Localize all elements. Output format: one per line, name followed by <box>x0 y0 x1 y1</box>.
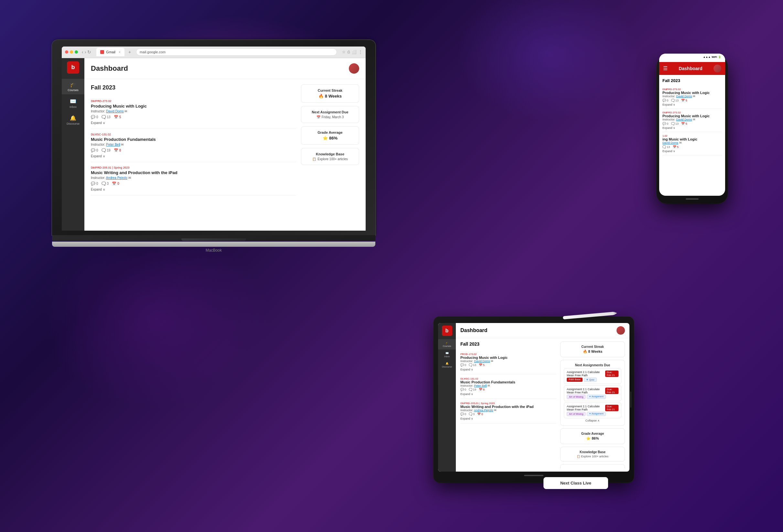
phone-course-2: DMPRD-273.02 Producing Music with Logic … <box>662 109 722 132</box>
course-name-1[interactable]: Producing Music with Logic <box>91 104 296 108</box>
assignment-header-2: Assignment 2.1 Calculate Mean Free Path … <box>567 388 619 394</box>
phone-course-name-1[interactable]: Producing Music with Logic <box>662 91 722 95</box>
tablet-expand-1[interactable]: Expand ∨ <box>460 368 556 371</box>
tablet-instructor-link-2[interactable]: Peter Bell <box>474 384 487 387</box>
bookmark-icon[interactable]: ☆ <box>342 50 346 54</box>
tablet-device: b 🎓 Courses ✉️ Inbox 🔔 Discourse <box>434 317 634 483</box>
tablet: b 🎓 Courses ✉️ Inbox 🔔 Discourse <box>434 317 634 483</box>
course-name-3[interactable]: Music Writing and Production with the iP… <box>91 170 296 175</box>
assignment-name-2: Assignment 2.1 Calculate Mean Free Path <box>567 388 605 394</box>
laptop-browser: ‹ › ↻ Gmail × + mail.google.com <box>62 46 366 231</box>
phone-course-stats-2: 💬 0 🗨️ 13 📅 5 <box>662 122 722 125</box>
tablet-sidebar-courses[interactable]: 🎓 Courses <box>438 339 456 350</box>
instructor-link-3[interactable]: Andrea Pejrolo <box>106 176 127 179</box>
phone-course-instructor-3: David Doms ✉ <box>662 141 722 144</box>
course-expand-1[interactable]: Expand ∨ <box>91 121 296 125</box>
tablet-courses-list: Fall 2023 PROD-173.02 Producing Music wi… <box>460 341 556 468</box>
phone-expand-2[interactable]: Expand ∨ <box>662 126 722 130</box>
star-icon: ⭐ <box>323 136 328 140</box>
browser-tab[interactable]: Gmail × <box>96 48 124 56</box>
phone-instructor-1[interactable]: David Doms <box>676 95 692 98</box>
tablet-inbox-label: Inbox <box>444 355 450 358</box>
phone-course-name-2[interactable]: Producing Music with Logic <box>662 114 722 118</box>
forward-icon[interactable]: › <box>85 49 86 55</box>
tablet-collapse[interactable]: Collapse ∧ <box>564 419 621 422</box>
sidebar-item-discourse[interactable]: 🔔 Discourse <box>62 112 84 128</box>
assignment-tags-3: Art of Mixing ✦ Assignment <box>567 412 619 416</box>
sidebar-item-inbox[interactable]: ✉️ Inbox <box>62 96 84 111</box>
extensions-icon[interactable]: ⬜ <box>352 50 356 54</box>
tablet-star-icon: ⭐ <box>586 436 591 441</box>
tablet-semester-title: Fall 2023 <box>460 341 556 346</box>
phone-page-title: Dashboard <box>679 66 702 71</box>
tablet-live-class-title: Next Live Class <box>564 468 621 468</box>
phone-instructor-2[interactable]: David Doms <box>676 118 692 121</box>
tablet-course-instructor-3: Instructor: Andrea Pejrolo ✉ <box>460 409 556 412</box>
phone-course-name-3[interactable]: ing Music with Logic <box>662 137 722 141</box>
tablet-course-name-1[interactable]: Producing Music with Logic <box>460 356 556 360</box>
phone-stat-discussion-2: 🗨️ 13 <box>671 122 679 125</box>
address-bar[interactable]: mail.google.com <box>136 48 337 56</box>
calendar-widget-icon: 📅 <box>316 115 320 119</box>
laptop-label: MacBook <box>52 248 375 253</box>
tablet-expand-2[interactable]: Expand ∨ <box>460 393 556 396</box>
phone-expand-1[interactable]: Expand ∨ <box>662 103 722 106</box>
tablet-course-code-1: PROD-173.02 <box>460 353 556 356</box>
phone-stat-assignment-1: 📅 5 <box>681 99 687 102</box>
lms-main-content: Dashboard Fall 2023 <box>84 58 366 231</box>
phone-course-stats-1: 💬 0 🗨️ 13 📅 5 <box>662 99 722 102</box>
hamburger-icon[interactable]: ☰ <box>663 65 667 71</box>
tablet-discourse-label: Discourse <box>442 366 452 368</box>
minimize-button[interactable] <box>70 51 73 54</box>
tablet-body: Fall 2023 PROD-173.02 Producing Music wi… <box>456 338 629 472</box>
phone-instructor-3[interactable]: David Doms <box>662 141 678 144</box>
tablet-sidebar-discourse[interactable]: 🔔 Discourse <box>438 360 456 370</box>
maximize-button[interactable] <box>75 51 78 54</box>
tablet-sidebar-inbox[interactable]: ✉️ Inbox <box>438 350 456 360</box>
user-avatar[interactable] <box>349 63 359 74</box>
tablet-course-name-2[interactable]: Music Production Fundamentals <box>460 380 556 384</box>
phone-expand-3[interactable]: Expand ∨ <box>662 149 722 153</box>
streak-widget: Current Streak 🔥 8 Weeks <box>301 84 359 103</box>
phone-semester-title: Fall 2023 <box>662 78 722 83</box>
close-button[interactable] <box>65 51 68 54</box>
url-text: mail.google.com <box>140 50 165 54</box>
phone-home-indicator[interactable] <box>686 198 699 200</box>
course-expand-3[interactable]: Expand ∨ <box>91 188 296 191</box>
sidebar-item-courses[interactable]: 🎓 Courses <box>62 79 84 94</box>
phone-stat-comment-1: 💬 0 <box>662 99 668 102</box>
phone-course-3: 1.02 ing Music with Logic David Doms ✉ 🗨… <box>662 132 722 155</box>
tab-close-icon[interactable]: × <box>119 51 121 54</box>
browser-action-icons: ☆ ⎙ ⬜ ⋮ <box>342 50 363 54</box>
phone-stat-discussion-1: 🗨️ 13 <box>671 99 679 102</box>
share-icon[interactable]: ⎙ <box>348 50 350 54</box>
lms-logo: b <box>67 61 79 74</box>
tag-quiz: ✦ Quiz <box>584 377 597 382</box>
phone-stat-comment-3: 🗨️ 13 <box>662 145 670 148</box>
phone-course-stats-3: 🗨️ 13 📅 5 <box>662 145 722 148</box>
course-expand-2[interactable]: Expand ∨ <box>91 155 296 158</box>
back-icon[interactable]: ‹ <box>82 49 84 55</box>
tablet-user-avatar[interactable] <box>617 326 625 335</box>
menu-icon[interactable]: ⋮ <box>358 50 363 54</box>
assignment-due-3: Due: Feb 21 <box>605 405 619 411</box>
phone-user-avatar[interactable] <box>714 65 721 72</box>
tablet-streak-title: Current Streak <box>564 345 621 348</box>
comment-stat-2: 💬 0 <box>91 148 98 153</box>
course-name-2[interactable]: Music Production Fundamentals <box>91 137 296 142</box>
refresh-icon[interactable]: ↻ <box>87 49 91 55</box>
phone-stat-assignment-3: 📅 5 <box>673 145 679 148</box>
tablet-instructor-link-1[interactable]: David Doms <box>474 360 490 363</box>
tablet-course-name-3[interactable]: Music Writing and Production with the iP… <box>460 405 556 409</box>
tablet-instructor-link-3[interactable]: Andrea Pejrolo <box>474 409 493 412</box>
chevron-down-icon-2: ∨ <box>103 155 105 158</box>
tablet-home-indicator[interactable] <box>524 475 543 476</box>
assignment-item-2: Assignment 2.1 Calculate Mean Free Path … <box>564 385 621 401</box>
instructor-link-2[interactable]: Peter Bell <box>106 143 120 146</box>
new-tab-button[interactable]: + <box>128 49 131 55</box>
course-code-3: DMPRD-205.01 | Spring 2023 <box>91 166 296 169</box>
tablet-comment-1: 💬 0 <box>460 363 466 367</box>
phone-signal-icon: ▲▲▲ <box>703 56 711 59</box>
tablet-expand-3[interactable]: Expand ∨ <box>460 417 556 420</box>
instructor-link-1[interactable]: David Doms <box>106 109 124 113</box>
